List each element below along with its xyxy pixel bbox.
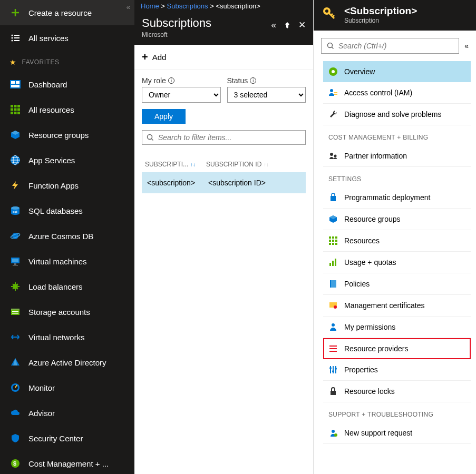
section-settings: SETTINGS xyxy=(323,167,471,187)
cosmos-icon xyxy=(9,230,21,242)
list-icon xyxy=(328,344,338,353)
menu-policies[interactable]: Policies xyxy=(323,273,471,295)
svg-rect-59 xyxy=(329,263,331,266)
section-cost: COST MANAGEMENT + BILLING xyxy=(323,125,471,145)
panel-title: Subscriptions xyxy=(142,16,211,30)
svg-rect-46 xyxy=(334,92,337,93)
status-label: Statusi xyxy=(227,76,306,85)
menu-overview[interactable]: Overview xyxy=(323,61,471,82)
support-icon xyxy=(328,428,338,438)
svg-rect-34 xyxy=(12,313,18,314)
filters: My rolei Owner Statusi 3 selected Apply xyxy=(134,70,313,151)
apply-button[interactable]: Apply xyxy=(142,109,186,124)
breadcrumb-subscriptions[interactable]: Subscriptions xyxy=(167,2,208,10)
lock-icon xyxy=(328,387,338,396)
sidebar-item-load-balancers[interactable]: Load balancers xyxy=(0,274,134,299)
chart-icon xyxy=(328,258,338,267)
sidebar-item-app-services[interactable]: App Services xyxy=(0,147,134,173)
table-row[interactable]: <subscription> <subscription ID> xyxy=(142,172,306,193)
create-resource-label: Create a resource xyxy=(28,8,92,17)
menu-programmatic[interactable]: Programmatic deployment xyxy=(323,187,471,209)
collapse-sidebar-icon[interactable]: « xyxy=(127,3,130,11)
svg-point-45 xyxy=(330,89,333,92)
close-icon[interactable]: ✕ xyxy=(298,19,306,31)
col-subscription-id[interactable]: SUBSCRIPTION ID↑↓ xyxy=(206,161,269,168)
shield-icon xyxy=(9,432,21,444)
info-icon[interactable]: i xyxy=(250,77,256,84)
svg-point-72 xyxy=(335,368,337,370)
create-resource-button[interactable]: Create a resource xyxy=(0,0,134,25)
sidebar-item-advisor[interactable]: Advisor xyxy=(0,400,134,426)
menu-access-control[interactable]: Access control (IAM) xyxy=(323,82,471,104)
pin-icon[interactable] xyxy=(284,22,291,29)
svg-point-41 xyxy=(325,9,328,13)
expand-icon[interactable]: « xyxy=(464,42,469,50)
cost-icon: $ xyxy=(9,458,21,469)
svg-rect-17 xyxy=(14,112,17,114)
search-filter-box[interactable] xyxy=(142,130,306,145)
all-services-button[interactable]: All services xyxy=(0,25,134,51)
menu-certificates[interactable]: Management certificates xyxy=(323,295,471,317)
sidebar-item-all-resources[interactable]: All resources xyxy=(0,97,134,122)
info-icon[interactable]: i xyxy=(168,77,174,84)
svg-point-48 xyxy=(330,153,333,156)
breadcrumb-current: <subscription> xyxy=(216,2,260,10)
col-subscription-name[interactable]: SUBSCRIPTI...↑↓ xyxy=(145,161,198,168)
menu-diagnose[interactable]: Diagnose and solve problems xyxy=(323,104,471,125)
svg-point-49 xyxy=(334,155,337,157)
menu-my-permissions[interactable]: My permissions xyxy=(323,317,471,338)
menu-resource-groups[interactable]: Resource groups xyxy=(323,209,471,230)
svg-point-0 xyxy=(12,35,13,36)
menu-resource-providers[interactable]: Resource providers xyxy=(323,338,471,359)
sidebar-item-function-apps[interactable]: Function Apps xyxy=(0,173,134,198)
sidebar-item-virtual-machines[interactable]: Virtual machines xyxy=(0,249,134,274)
sidebar-item-storage-accounts[interactable]: Storage accounts xyxy=(0,299,134,324)
globe-icon xyxy=(9,154,21,166)
minimize-icon[interactable]: « xyxy=(271,20,276,31)
cloud-icon xyxy=(9,407,21,419)
svg-rect-58 xyxy=(335,243,337,245)
sidebar-item-security-center[interactable]: Security Center xyxy=(0,426,134,451)
network-icon xyxy=(9,331,21,343)
menu-resources[interactable]: Resources xyxy=(323,230,471,252)
sidebar-item-resource-groups[interactable]: Resource groups xyxy=(0,122,134,147)
svg-rect-10 xyxy=(11,105,13,107)
svg-point-66 xyxy=(332,323,335,327)
sidebar-item-cosmos-db[interactable]: Azure Cosmos DB xyxy=(0,223,134,249)
svg-rect-50 xyxy=(329,236,331,239)
svg-rect-61 xyxy=(335,259,336,266)
svg-rect-33 xyxy=(12,311,18,312)
cube-icon xyxy=(9,129,21,141)
svg-rect-15 xyxy=(17,108,20,111)
menu-search-input[interactable] xyxy=(338,42,453,50)
sidebar-item-cost-management[interactable]: $Cost Management + ... xyxy=(0,451,134,474)
grid-icon xyxy=(9,104,21,115)
right-subtitle: Subscription xyxy=(344,17,417,24)
add-button[interactable]: + Add xyxy=(142,51,166,63)
status-select[interactable]: 3 selected xyxy=(227,87,306,103)
menu-search-box[interactable] xyxy=(321,38,459,54)
sidebar-item-dashboard[interactable]: Dashboard xyxy=(0,72,134,97)
search-filter-input[interactable] xyxy=(158,133,301,142)
menu-partner-info[interactable]: Partner information xyxy=(323,145,471,167)
subscription-detail-panel: <Subscription> Subscription « Overview A… xyxy=(314,0,476,474)
storage-icon xyxy=(9,306,21,318)
sidebar-item-virtual-networks[interactable]: Virtual networks xyxy=(0,324,134,350)
role-select[interactable]: Owner xyxy=(142,87,221,103)
azure-ad-icon xyxy=(9,357,21,368)
svg-rect-16 xyxy=(11,112,13,114)
svg-rect-8 xyxy=(16,81,20,84)
breadcrumb-home[interactable]: Home xyxy=(141,2,159,10)
sidebar-item-sql-databases[interactable]: sqlSQL databases xyxy=(0,198,134,223)
menu-properties[interactable]: Properties xyxy=(323,359,471,381)
sidebar-item-azure-ad[interactable]: Azure Active Directory xyxy=(0,350,134,375)
menu-usage-quotas[interactable]: Usage + quotas xyxy=(323,252,471,273)
menu-new-support-request[interactable]: New support request xyxy=(323,422,471,444)
toolbar: + Add xyxy=(134,45,313,70)
sidebar-item-monitor[interactable]: Monitor xyxy=(0,375,134,400)
left-sidebar: « Create a resource All services ★ FAVOR… xyxy=(0,0,134,474)
search-icon xyxy=(147,134,154,141)
svg-rect-47 xyxy=(334,94,337,95)
svg-rect-55 xyxy=(335,240,337,242)
menu-resource-locks[interactable]: Resource locks xyxy=(323,381,471,402)
